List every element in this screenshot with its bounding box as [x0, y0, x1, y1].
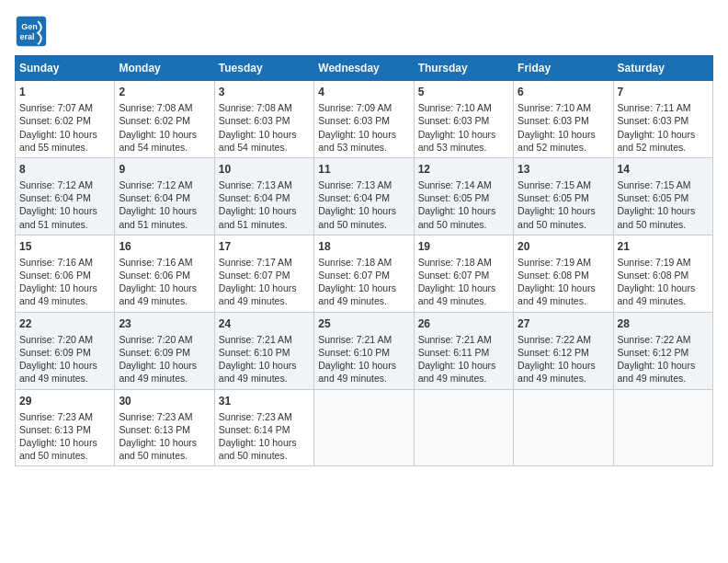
day-info: Daylight: 10 hours: [318, 282, 409, 294]
day-info: Sunset: 6:10 PM: [318, 346, 409, 359]
day-info: Daylight: 10 hours: [318, 204, 409, 217]
weekday-sunday: Sunday: [16, 56, 115, 81]
day-number: 21: [618, 239, 709, 254]
calendar-cell: 5Sunrise: 7:10 AMSunset: 6:03 PMDaylight…: [414, 81, 513, 158]
day-number: 16: [119, 239, 210, 254]
day-info: Daylight: 10 hours: [618, 128, 709, 141]
weekday-thursday: Thursday: [414, 56, 513, 81]
calendar-cell: 27Sunrise: 7:22 AMSunset: 6:12 PMDayligh…: [514, 312, 613, 389]
day-info: Sunset: 6:10 PM: [219, 346, 310, 359]
day-number: 24: [219, 316, 310, 331]
day-info: and 51 minutes.: [119, 218, 210, 231]
calendar-week-3: 15Sunrise: 7:16 AMSunset: 6:06 PMDayligh…: [16, 235, 713, 312]
calendar-cell: 16Sunrise: 7:16 AMSunset: 6:06 PMDayligh…: [115, 235, 214, 312]
calendar-cell: 8Sunrise: 7:12 AMSunset: 6:04 PMDaylight…: [16, 157, 115, 235]
day-info: Sunset: 6:04 PM: [318, 191, 409, 204]
day-info: Daylight: 10 hours: [119, 128, 210, 141]
calendar-cell: 21Sunrise: 7:19 AMSunset: 6:08 PMDayligh…: [613, 235, 712, 312]
day-info: and 53 minutes.: [318, 141, 409, 154]
day-info: and 50 minutes.: [618, 218, 709, 231]
day-info: Sunset: 6:05 PM: [518, 191, 609, 204]
day-info: Sunset: 6:07 PM: [219, 269, 310, 282]
day-info: Sunrise: 7:22 AM: [618, 333, 709, 346]
day-info: and 49 minutes.: [318, 372, 409, 385]
day-info: Sunrise: 7:23 AM: [119, 410, 210, 423]
day-info: Daylight: 10 hours: [618, 359, 709, 372]
calendar-cell: 11Sunrise: 7:13 AMSunset: 6:04 PMDayligh…: [314, 157, 414, 235]
day-info: Sunset: 6:04 PM: [219, 191, 310, 204]
calendar-cell: 25Sunrise: 7:21 AMSunset: 6:10 PMDayligh…: [314, 312, 414, 389]
calendar-cell: 7Sunrise: 7:11 AMSunset: 6:03 PMDaylight…: [613, 81, 712, 158]
calendar-cell: 18Sunrise: 7:18 AMSunset: 6:07 PMDayligh…: [314, 235, 414, 312]
day-info: Sunset: 6:02 PM: [119, 114, 210, 127]
day-info: Daylight: 10 hours: [518, 128, 609, 141]
day-number: 13: [518, 162, 609, 177]
calendar-cell: 4Sunrise: 7:09 AMSunset: 6:03 PMDaylight…: [314, 81, 414, 158]
day-number: 28: [618, 316, 709, 331]
day-number: 29: [19, 394, 110, 408]
day-info: and 51 minutes.: [219, 218, 310, 231]
day-info: Sunrise: 7:12 AM: [19, 178, 110, 191]
day-info: and 49 minutes.: [418, 294, 509, 307]
day-info: Sunrise: 7:08 AM: [219, 101, 310, 114]
calendar-cell: 29Sunrise: 7:23 AMSunset: 6:13 PMDayligh…: [16, 389, 115, 466]
calendar-cell: 28Sunrise: 7:22 AMSunset: 6:12 PMDayligh…: [613, 312, 712, 389]
calendar-cell: 13Sunrise: 7:15 AMSunset: 6:05 PMDayligh…: [514, 157, 613, 235]
calendar-cell: [514, 389, 613, 466]
calendar-cell: 24Sunrise: 7:21 AMSunset: 6:10 PMDayligh…: [214, 312, 313, 389]
day-info: and 49 minutes.: [518, 294, 609, 307]
day-number: 7: [618, 85, 709, 99]
day-info: Sunset: 6:09 PM: [19, 346, 110, 359]
day-info: Sunrise: 7:08 AM: [119, 101, 210, 114]
day-info: Sunrise: 7:16 AM: [119, 256, 210, 269]
day-info: and 49 minutes.: [318, 294, 409, 307]
day-info: Sunrise: 7:14 AM: [418, 178, 509, 191]
day-info: Sunrise: 7:13 AM: [219, 178, 310, 191]
day-info: Sunset: 6:03 PM: [418, 114, 509, 127]
day-number: 12: [418, 162, 509, 177]
calendar-cell: 9Sunrise: 7:12 AMSunset: 6:04 PMDaylight…: [115, 157, 214, 235]
calendar-cell: 1Sunrise: 7:07 AMSunset: 6:02 PMDaylight…: [16, 81, 115, 158]
day-info: and 49 minutes.: [518, 372, 609, 385]
day-number: 10: [219, 162, 310, 177]
day-number: 4: [318, 85, 409, 99]
day-info: and 49 minutes.: [19, 294, 110, 307]
day-info: Daylight: 10 hours: [418, 359, 509, 372]
day-info: Daylight: 10 hours: [518, 359, 609, 372]
day-info: Sunset: 6:12 PM: [618, 346, 709, 359]
day-info: Sunrise: 7:18 AM: [318, 256, 409, 269]
calendar-body: 1Sunrise: 7:07 AMSunset: 6:02 PMDaylight…: [16, 81, 713, 466]
day-number: 14: [618, 162, 709, 177]
day-info: Sunset: 6:03 PM: [318, 114, 409, 127]
calendar-cell: 23Sunrise: 7:20 AMSunset: 6:09 PMDayligh…: [115, 312, 214, 389]
day-info: and 50 minutes.: [518, 218, 609, 231]
day-info: and 54 minutes.: [119, 141, 210, 154]
weekday-monday: Monday: [115, 56, 214, 81]
day-info: Daylight: 10 hours: [518, 204, 609, 217]
day-info: Sunset: 6:04 PM: [119, 191, 210, 204]
day-info: and 50 minutes.: [119, 449, 210, 462]
calendar-cell: 22Sunrise: 7:20 AMSunset: 6:09 PMDayligh…: [16, 312, 115, 389]
day-info: Daylight: 10 hours: [618, 282, 709, 294]
calendar-cell: 14Sunrise: 7:15 AMSunset: 6:05 PMDayligh…: [613, 157, 712, 235]
day-info: Sunset: 6:03 PM: [219, 114, 310, 127]
day-info: Sunrise: 7:21 AM: [418, 333, 509, 346]
day-info: and 49 minutes.: [618, 294, 709, 307]
day-info: Sunset: 6:13 PM: [19, 423, 110, 436]
calendar-cell: 6Sunrise: 7:10 AMSunset: 6:03 PMDaylight…: [514, 81, 613, 158]
weekday-wednesday: Wednesday: [314, 56, 414, 81]
day-info: Daylight: 10 hours: [19, 436, 110, 449]
day-info: and 50 minutes.: [19, 449, 110, 462]
day-info: Daylight: 10 hours: [119, 359, 210, 372]
day-info: Sunset: 6:03 PM: [618, 114, 709, 127]
calendar-cell: 30Sunrise: 7:23 AMSunset: 6:13 PMDayligh…: [115, 389, 214, 466]
day-number: 17: [219, 239, 310, 254]
day-info: Sunrise: 7:23 AM: [19, 410, 110, 423]
calendar-cell: [314, 389, 414, 466]
day-info: Sunrise: 7:20 AM: [19, 333, 110, 346]
day-info: Sunset: 6:03 PM: [518, 114, 609, 127]
weekday-header-row: SundayMondayTuesdayWednesdayThursdayFrid…: [16, 56, 713, 81]
day-info: Sunrise: 7:22 AM: [518, 333, 609, 346]
calendar-cell: 15Sunrise: 7:16 AMSunset: 6:06 PMDayligh…: [16, 235, 115, 312]
day-info: Daylight: 10 hours: [119, 204, 210, 217]
